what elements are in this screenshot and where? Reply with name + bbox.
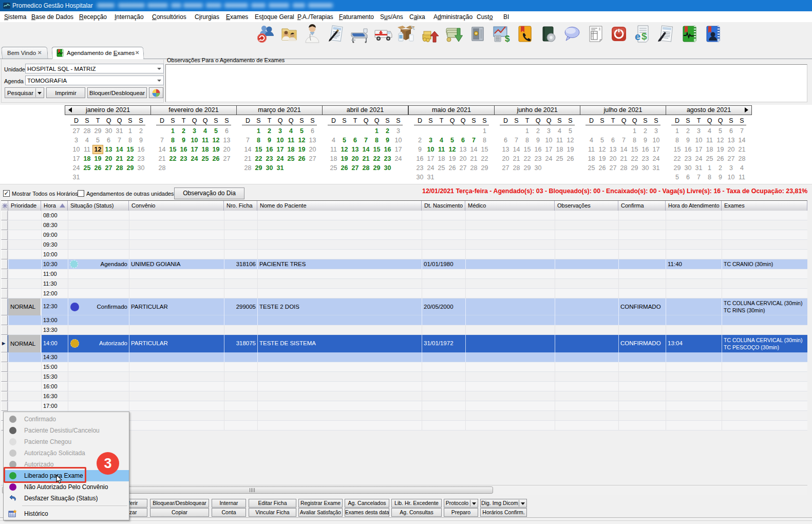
svg-text:e: e (635, 31, 640, 42)
svg-text:$: $ (641, 31, 647, 42)
svg-text:$: $ (505, 34, 510, 44)
